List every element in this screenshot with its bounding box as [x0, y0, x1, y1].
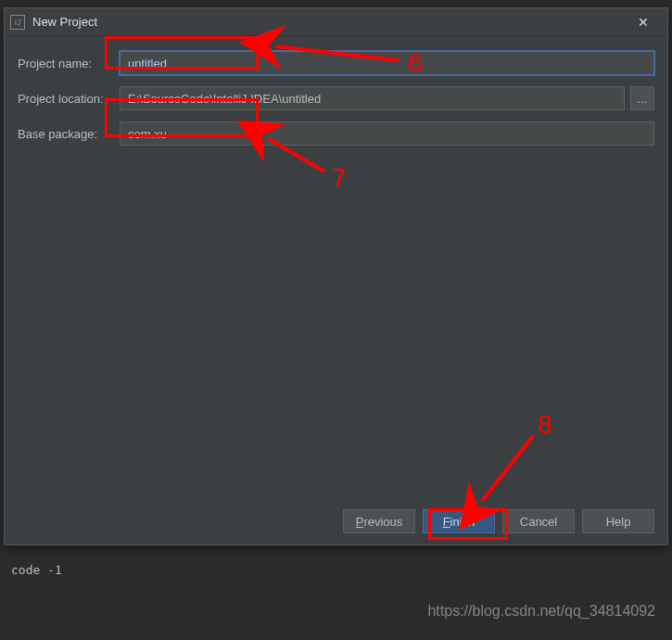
previous-button[interactable]: Previous [343, 509, 415, 533]
browse-button[interactable]: ... [630, 86, 654, 110]
finish-button[interactable]: Finish [423, 509, 495, 533]
help-button[interactable]: Help [582, 509, 654, 533]
project-name-input[interactable] [120, 51, 654, 75]
dialog-title: New Project [32, 15, 625, 29]
new-project-dialog: IJ New Project ✕ Project name: Project l… [4, 7, 668, 545]
project-name-row: Project name: [18, 49, 654, 77]
base-package-row: Base package: [18, 120, 654, 147]
watermark-text: https://blog.csdn.net/qq_34814092 [427, 603, 655, 620]
project-location-label: Project location: [18, 92, 120, 106]
terminal-output: code -1 [0, 556, 672, 584]
base-package-label: Base package: [18, 127, 120, 141]
project-location-row: Project location: ... [18, 84, 654, 112]
intellij-icon: IJ [10, 15, 25, 30]
button-bar: Previous Finish Cancel Help [343, 509, 654, 533]
dialog-content: Project name: Project location: ... Base… [5, 36, 667, 147]
close-icon[interactable]: ✕ [625, 9, 662, 35]
cancel-button[interactable]: Cancel [502, 509, 575, 533]
project-location-input[interactable] [120, 86, 625, 110]
project-name-label: Project name: [18, 57, 120, 70]
titlebar: IJ New Project ✕ [5, 8, 667, 36]
base-package-input[interactable] [120, 122, 654, 146]
